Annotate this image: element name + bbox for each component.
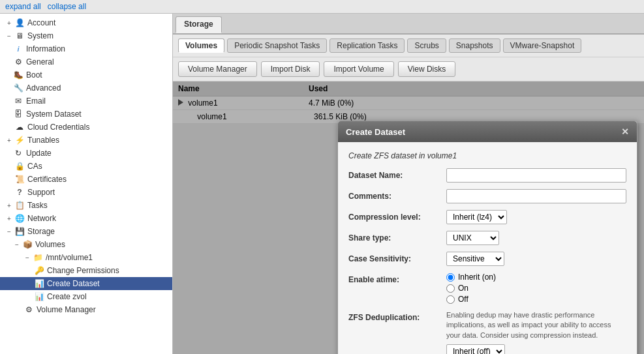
toolbar: Volume Manager Import Disk Import Volume…: [173, 57, 644, 81]
comments-label: Comments:: [348, 189, 446, 201]
modal-body: Create ZFS dataset in volume1 Dataset Na…: [338, 142, 637, 354]
sidebar-item-boot[interactable]: 🥾 Boot: [0, 68, 172, 81]
sidebar-item-system-dataset[interactable]: 🗄 System Dataset: [0, 108, 172, 121]
main-layout: + 👤 Account − 🖥 System i Information ⚙ G…: [0, 14, 644, 354]
atime-label: Enable atime:: [348, 273, 446, 284]
sidebar-item-general[interactable]: ⚙ General: [0, 55, 172, 68]
sidebar-item-advanced[interactable]: 🔧 Advanced: [0, 81, 172, 95]
sidebar-item-certificates[interactable]: 📜 Certificates: [0, 173, 172, 186]
sidebar-item-email[interactable]: ✉ Email: [0, 95, 172, 108]
tab-periodic-snapshot[interactable]: Periodic Snapshot Tasks: [227, 38, 327, 53]
compression-label: Compression level:: [348, 210, 446, 222]
tunables-icon: ⚡: [14, 135, 25, 145]
comments-control: [446, 189, 626, 203]
content-wrapper: Name Used volume1 4.7 MiB (0%) volume1 3: [173, 81, 644, 354]
atime-inherit-radio[interactable]: [446, 273, 455, 282]
sidebar-item-mnt-volume1[interactable]: − 📁 /mnt/volume1: [0, 251, 172, 264]
atime-off-radio[interactable]: [446, 295, 455, 304]
sidebar-item-update[interactable]: ↻ Update: [0, 147, 172, 160]
sidebar-item-tasks[interactable]: + 📋 Tasks: [0, 199, 172, 212]
import-disk-button[interactable]: Import Disk: [261, 61, 320, 77]
sidebar-item-account[interactable]: + 👤 Account: [0, 16, 172, 29]
system-icon: 🖥: [14, 31, 25, 41]
volume-manager-button[interactable]: Volume Manager: [178, 61, 257, 77]
modal-subtitle: Create ZFS dataset in volume1: [348, 151, 626, 160]
modal-title: Create Dataset: [346, 127, 405, 137]
dataset-icon: 📊: [34, 278, 44, 289]
tab-scrubs[interactable]: Scrubs: [407, 38, 446, 53]
email-icon: ✉: [13, 96, 23, 106]
tab-storage[interactable]: Storage: [176, 16, 222, 33]
sidebar-item-information[interactable]: i Information: [0, 42, 172, 55]
case-sensitivity-select[interactable]: Sensitive Insensitive Mixed: [446, 252, 504, 266]
comments-input[interactable]: [446, 189, 626, 203]
compression-select[interactable]: Inherit (lz4) off lz4 gzip: [446, 210, 507, 224]
case-sensitivity-control: Sensitive Insensitive Mixed: [446, 252, 626, 266]
sidebar-item-cas[interactable]: 🔒 CAs: [0, 160, 172, 173]
advanced-icon: 🔧: [13, 83, 23, 93]
tasks-icon: 📋: [14, 200, 25, 211]
atime-on-radio[interactable]: [446, 284, 455, 293]
gear-icon: ⚙: [13, 57, 23, 67]
expand-icon: −: [5, 228, 13, 235]
case-sensitivity-label: Case Sensitivity:: [348, 252, 446, 263]
permissions-icon: 🔑: [34, 265, 44, 276]
account-icon: 👤: [14, 18, 25, 28]
support-icon: ?: [14, 187, 25, 198]
modal-close-button[interactable]: ✕: [621, 126, 629, 137]
expand-icon: [5, 188, 13, 196]
sidebar-item-change-permissions[interactable]: 🔑 Change Permissions: [0, 264, 172, 277]
dedup-select[interactable]: Inherit (off) on off verify: [446, 344, 505, 354]
expand-icon: +: [5, 201, 13, 209]
dedup-control: Enabling dedup may have drastic performa…: [446, 310, 626, 354]
inner-tab-bar: Volumes Periodic Snapshot Tasks Replicat…: [173, 35, 644, 57]
expand-all-link[interactable]: expand all: [5, 2, 41, 11]
expand-icon: +: [5, 136, 13, 144]
update-icon: ↻: [13, 148, 23, 158]
sidebar-item-support[interactable]: ? Support: [0, 186, 172, 199]
atime-off-option[interactable]: Off: [446, 295, 626, 304]
dataset-name-input[interactable]: [446, 168, 626, 183]
expand-icon: [5, 123, 13, 131]
sidebar-item-volume-manager[interactable]: ⚙ Volume Manager: [0, 303, 172, 316]
dataset-name-label: Dataset Name:: [348, 168, 446, 180]
tab-volumes[interactable]: Volumes: [178, 38, 224, 53]
atime-control: Inherit (on) On Off: [446, 273, 626, 304]
sidebar-item-create-zvol[interactable]: 📊 Create zvol: [0, 290, 172, 303]
volmgr-icon: ⚙: [23, 304, 34, 315]
view-disks-button[interactable]: View Disks: [398, 61, 455, 77]
modal-header: Create Dataset ✕: [338, 121, 637, 142]
sidebar-item-network[interactable]: + 🌐 Network: [0, 212, 172, 225]
sidebar-item-storage[interactable]: − 💾 Storage: [0, 225, 172, 238]
ca-icon: 🔒: [14, 161, 25, 171]
collapse-all-link[interactable]: collapse all: [48, 2, 86, 11]
folder-icon: 📁: [33, 252, 43, 263]
system-dataset-icon: 🗄: [13, 109, 23, 119]
cloud-icon: ☁: [14, 122, 25, 132]
case-sensitivity-row: Case Sensitivity: Sensitive Insensitive …: [348, 252, 626, 266]
sidebar-item-volumes[interactable]: − 📦 Volumes: [0, 238, 172, 251]
sidebar-item-create-dataset[interactable]: 📊 Create Dataset: [0, 277, 172, 290]
compression-row: Compression level: Inherit (lz4) off lz4…: [348, 210, 626, 224]
atime-inherit-option[interactable]: Inherit (on): [446, 273, 626, 282]
sidebar-item-cloud-credentials[interactable]: ☁ Cloud Credentials: [0, 121, 172, 134]
sidebar-item-tunables[interactable]: + ⚡ Tunables: [0, 134, 172, 147]
expand-icon: +: [5, 214, 13, 222]
compression-control: Inherit (lz4) off lz4 gzip: [446, 210, 626, 224]
tab-vmware-snapshot[interactable]: VMware-Snapshot: [503, 38, 582, 53]
sidebar: + 👤 Account − 🖥 System i Information ⚙ G…: [0, 14, 173, 354]
dedup-note: Enabling dedup may have drastic performa…: [446, 310, 626, 340]
share-type-row: Share type: UNIX Windows Mac: [348, 231, 626, 245]
top-bar: expand all collapse all: [0, 0, 644, 14]
tab-snapshots[interactable]: Snapshots: [449, 38, 500, 53]
zvol-icon: 📊: [34, 291, 44, 302]
import-volume-button[interactable]: Import Volume: [324, 61, 393, 77]
expand-icon: [5, 162, 13, 170]
share-type-select[interactable]: UNIX Windows Mac: [446, 231, 499, 245]
boot-icon: 🥾: [13, 70, 23, 80]
atime-on-option[interactable]: On: [446, 284, 626, 293]
sidebar-item-system[interactable]: − 🖥 System: [0, 29, 172, 42]
tab-replication[interactable]: Replication Tasks: [330, 38, 405, 53]
network-icon: 🌐: [14, 213, 25, 224]
volumes-icon: 📦: [22, 239, 33, 250]
